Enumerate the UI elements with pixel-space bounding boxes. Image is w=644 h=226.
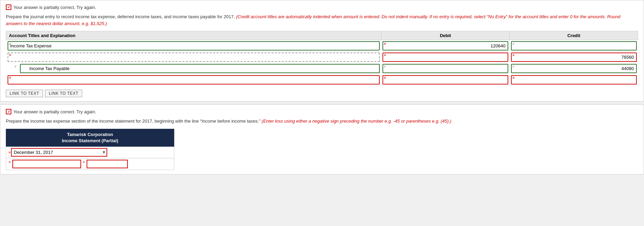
- corp-bottom-row: ✕ ✕: [6, 158, 174, 170]
- credit-check-icon-1: ✓: [511, 41, 516, 46]
- credit-cell-2: ✕: [510, 52, 638, 63]
- banner-1: ✓ Your answer is partially correct. Try …: [6, 4, 638, 10]
- instructions-plain-1: Prepare the journal entry to record inco…: [6, 14, 235, 19]
- debit-cell-4: ✕: [381, 74, 510, 86]
- debit-cell-3: ✓: [381, 63, 510, 74]
- credit-input-4[interactable]: [511, 75, 637, 84]
- credit-input-1[interactable]: [511, 41, 637, 50]
- section-2: ✓ Your answer is partially correct. Try …: [0, 104, 644, 174]
- instructions-plain-2: Prepare the income tax expense section o…: [6, 118, 260, 124]
- account-input-1[interactable]: [8, 41, 380, 50]
- date-select-wrapper: December 31, 2017 For the Year Ended Dec…: [11, 148, 107, 157]
- debit-input-2[interactable]: [382, 53, 508, 62]
- table-row: ✕ ✕ ✕: [6, 74, 638, 86]
- account-x-icon-4: ✕: [8, 75, 12, 80]
- debit-x-icon-2: ✕: [382, 53, 387, 57]
- account-cell-1: ✓: [6, 40, 381, 52]
- partial-correct-icon-2: ✓: [6, 109, 11, 114]
- credit-input-3[interactable]: [511, 64, 637, 73]
- debit-field-wrapper-3: ✓: [382, 64, 508, 73]
- corp-header: Tamarisk Corporation Income Statement (P…: [6, 129, 174, 147]
- corp-date-row: ✕ December 31, 2017 For the Year Ended D…: [6, 147, 174, 158]
- account-input-3[interactable]: [20, 64, 380, 73]
- credit-field-wrapper-3: ✓: [511, 64, 637, 73]
- debit-input-4[interactable]: [382, 75, 508, 84]
- account-x-icon-2: ✕: [8, 53, 12, 57]
- section-1: ✓ Your answer is partially correct. Try …: [0, 0, 644, 102]
- link-to-text-btn-1[interactable]: LINK TO TEXT: [6, 90, 43, 97]
- banner-2: ✓ Your answer is partially correct. Try …: [6, 109, 638, 114]
- debit-input-3[interactable]: [382, 64, 508, 73]
- credit-x-icon-2: ✕: [511, 53, 516, 57]
- instructions-italic-2: (Enter loss using either a negative sign…: [262, 118, 451, 124]
- debit-x-icon-1: ✕: [382, 41, 387, 46]
- link-buttons-1: LINK TO TEXT LINK TO TEXT: [6, 90, 638, 97]
- corp-table: Tamarisk Corporation Income Statement (P…: [6, 129, 174, 170]
- table-row: ✓ ✓ ✓: [6, 63, 638, 74]
- table-header-row: Account Titles and Explanation Debit Cre…: [6, 31, 638, 40]
- account-field-wrapper-4: ✕: [8, 75, 380, 84]
- bottom-x-icon-1: ✕: [8, 160, 11, 168]
- account-cell-3: ✓: [6, 63, 381, 74]
- debit-check-icon-3: ✓: [382, 64, 387, 69]
- corp-title: Income Statement (Partial): [9, 138, 171, 144]
- account-field-wrapper-2: ✕: [8, 53, 380, 62]
- account-check-icon-1: ✓: [8, 41, 12, 46]
- instructions-2: Prepare the income tax expense section o…: [6, 118, 638, 125]
- account-cell-2: ✕: [6, 52, 381, 63]
- account-check-icon-3: ✓: [13, 64, 18, 69]
- credit-cell-3: ✓: [510, 63, 638, 74]
- instructions-1: Prepare the journal entry to record inco…: [6, 13, 638, 27]
- partial-correct-icon-1: ✓: [6, 4, 11, 10]
- account-field-wrapper-1: ✓: [8, 41, 380, 50]
- debit-field-wrapper-1: ✕: [382, 41, 508, 50]
- date-x-icon: ✕: [8, 151, 11, 154]
- bottom-x-icon-2: ✕: [82, 160, 85, 168]
- col-credit: Credit: [510, 31, 638, 40]
- debit-x-icon-4: ✕: [382, 75, 387, 80]
- account-field-wrapper-3: ✓: [13, 64, 380, 73]
- credit-cell-4: ✕: [510, 74, 638, 86]
- credit-field-wrapper-2: ✕: [511, 53, 637, 62]
- col-account: Account Titles and Explanation: [6, 31, 381, 40]
- credit-field-wrapper-4: ✕: [511, 75, 637, 84]
- account-input-2[interactable]: [8, 53, 380, 62]
- debit-cell-1: ✕: [381, 40, 510, 52]
- credit-x-icon-4: ✕: [511, 75, 516, 80]
- account-cell-4: ✕: [6, 74, 381, 86]
- credit-field-wrapper-1: ✓: [511, 41, 637, 50]
- table-row: ✕ ✕ ✕: [6, 52, 638, 63]
- date-select[interactable]: December 31, 2017 For the Year Ended Dec…: [11, 148, 107, 157]
- debit-field-wrapper-2: ✕: [382, 53, 508, 62]
- credit-check-icon-3: ✓: [511, 64, 516, 69]
- account-input-4[interactable]: [8, 75, 380, 84]
- link-to-text-btn-2[interactable]: LINK TO TEXT: [45, 90, 82, 97]
- income-value-input[interactable]: [87, 160, 128, 168]
- company-name: Tamarisk Corporation: [9, 132, 171, 138]
- debit-cell-2: ✕: [381, 52, 510, 63]
- banner-text-2: Your answer is partially correct. Try ag…: [13, 109, 96, 114]
- credit-cell-1: ✓: [510, 40, 638, 52]
- credit-input-2[interactable]: [511, 53, 637, 62]
- income-label-input[interactable]: [12, 160, 81, 168]
- journal-table: Account Titles and Explanation Debit Cre…: [6, 31, 638, 86]
- table-row: ✓ ✕ ✓: [6, 40, 638, 52]
- banner-text-1: Your answer is partially correct. Try ag…: [13, 5, 96, 10]
- col-debit: Debit: [381, 31, 510, 40]
- debit-field-wrapper-4: ✕: [382, 75, 508, 84]
- debit-input-1[interactable]: [382, 41, 508, 50]
